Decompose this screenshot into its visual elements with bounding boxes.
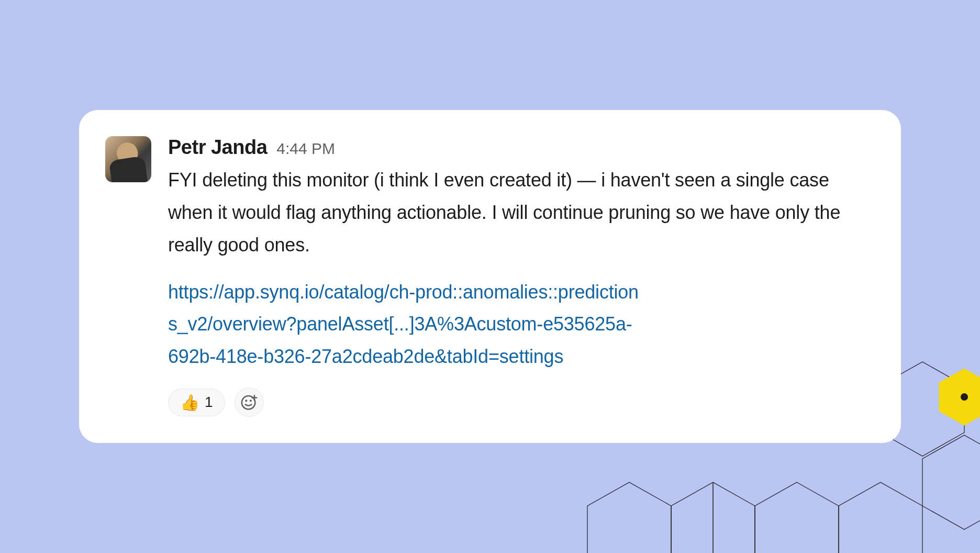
slack-message-card: Petr Janda 4:44 PM FYI deleting this mon… <box>79 110 901 443</box>
reaction-thumbsup[interactable]: 👍 1 <box>168 389 225 416</box>
author-name[interactable]: Petr Janda <box>168 136 267 159</box>
message-timestamp: 4:44 PM <box>276 140 335 158</box>
message-body-text: FYI deleting this monitor (i think I eve… <box>168 164 870 261</box>
svg-point-1 <box>961 393 968 401</box>
reaction-count: 1 <box>205 394 213 411</box>
add-reaction-button[interactable] <box>235 388 264 417</box>
reactions-bar: 👍 1 <box>168 388 870 417</box>
thumbsup-icon: 👍 <box>180 393 199 412</box>
message-content: Petr Janda 4:44 PM FYI deleting this mon… <box>168 136 870 417</box>
svg-point-4 <box>249 400 251 402</box>
message-link[interactable]: https://app.synq.io/catalog/ch-prod::ano… <box>168 276 639 373</box>
svg-point-3 <box>245 400 247 402</box>
message-header: Petr Janda 4:44 PM <box>168 136 870 159</box>
add-emoji-icon <box>240 393 258 411</box>
author-avatar[interactable] <box>105 136 151 182</box>
